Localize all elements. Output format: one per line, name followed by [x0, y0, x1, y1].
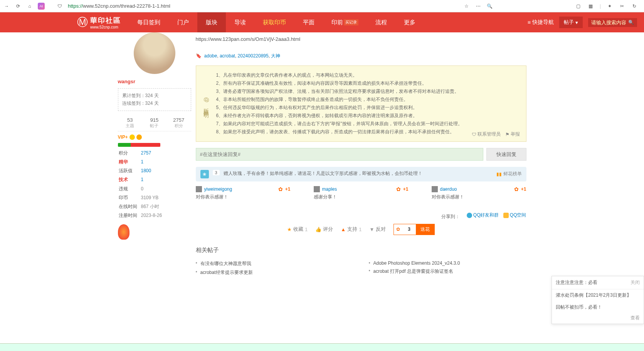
user-info-table: 积分2757 精华1 活跃值1800 技术1 违规0 印币3109 YB 在线时… [118, 148, 191, 221]
site-logo[interactable]: Ⓜ 華印社區 www.52cnp.com [77, 15, 121, 30]
medal [118, 224, 191, 241]
notice-header: 注意注意注意：必看 关闭 [552, 276, 644, 279]
sender-name[interactable]: yiweimeigong [204, 186, 232, 192]
share-qzone[interactable]: QQ空间 [503, 212, 526, 218]
chevron-down-icon: ▾ [575, 20, 578, 25]
related-title: 相关帖子 [196, 247, 526, 254]
share-row: 分享到： QQ好友和群 QQ空间 [196, 212, 526, 220]
tag-icon: 🔖 [196, 53, 202, 59]
send-flower-button[interactable]: ✿ 3 送花 [393, 224, 435, 235]
quick-reply-input[interactable] [196, 148, 483, 161]
username[interactable]: wangsr [118, 79, 191, 84]
nav-portal[interactable]: 门户 [169, 12, 197, 32]
tags-row: 🔖 adobe, acrobat, 202400220895, 大神 [196, 53, 526, 59]
nav-right: ≡快捷导航 帖子▾ 🔍 [528, 17, 644, 28]
row-online: 在线时间867 小时 [119, 203, 190, 211]
search-icon[interactable]: 🔍 [486, 3, 493, 10]
content-link[interactable]: https://www.123pan.com/s/Om1VjV-2aaa3.ht… [196, 35, 526, 44]
nav-more[interactable]: 更多 [395, 12, 424, 32]
disclaimer-box: @版权声明 1、凡在华印发表的文章仅代表作者本人的观点，与本网站立场无关。 2、… [196, 65, 526, 142]
disclaimer-lines: 1、凡在华印发表的文章仅代表作者本人的观点，与本网站立场无关。 2、所有内容不保… [216, 71, 519, 136]
avatar-icon [314, 186, 320, 192]
sender-row: yiweimeigong✿+1 对你表示感谢！ maples✿+1 感谢分享！ … [196, 186, 526, 200]
flower-icon: ✿ [278, 186, 283, 192]
sender-item: maples✿+1 感谢分享！ [314, 186, 409, 200]
nav-checkin[interactable]: 每日签到 [129, 12, 169, 32]
support-button[interactable]: ▲支持1 [341, 226, 362, 233]
nav-getcoin[interactable]: 获取印币 [254, 12, 294, 32]
related-link[interactable]: 有没有哪位大神愿意帮我 [196, 259, 353, 268]
user-sidebar: wangsr 累计签到：324 天 连续签到：324 天 53主题 915帖子 … [118, 32, 191, 279]
nav-guide[interactable]: 导读 [226, 12, 254, 32]
related-link[interactable]: acrobat经常提示要求更新 [196, 268, 353, 277]
nav-menu: 每日签到 门户 版块 导读 获取印币 平面 印前买记录 流程 更多 [129, 12, 424, 32]
row-tech: 技术1 [119, 176, 190, 184]
avatar-icon [196, 186, 202, 192]
sender-name[interactable]: daerduo [440, 186, 457, 192]
report-link[interactable]: ⚑举报 [505, 131, 520, 138]
reload-icon[interactable]: ⟳ [15, 3, 22, 10]
wand-icon[interactable]: ✦ [606, 3, 613, 10]
row-points: 积分2757 [119, 149, 190, 157]
vip-row: VIP+ [118, 134, 191, 140]
stat-posts[interactable]: 915帖子 [142, 117, 166, 129]
row-regtime: 注册时间2023-8-26 [119, 212, 190, 220]
notice-panel: 注意注意注意：必看 关闭 灌水处罚条例【2021年2月3日更新】 回帖不被扣币，… [552, 276, 644, 279]
related-link[interactable]: acrobat 打开pdf 总是弹窗提示验证签名 [369, 267, 526, 276]
nav-forums[interactable]: 版块 [197, 12, 226, 32]
sender-item: daerduo✿+1 对你表示感谢！ [432, 186, 526, 200]
browser-toolbar: → ⟳ ⌂ AI 🛡 https://www.52cnp.com/thread-… [0, 0, 644, 12]
favorite-button[interactable]: ★收藏1 [287, 226, 308, 233]
flower-count: 3 [213, 170, 220, 175]
flower-rank-link[interactable]: ▮▮鲜花榜单 [496, 171, 522, 177]
star-icon[interactable]: ☆ [463, 3, 470, 10]
flower-icon: ✿ [394, 225, 402, 234]
stat-threads[interactable]: 53主题 [118, 117, 142, 129]
scissors-icon[interactable]: ✂ [619, 3, 626, 10]
oppose-button[interactable]: ▼反对 [369, 226, 386, 233]
chart-icon: ▮▮ [496, 171, 502, 177]
ai-icon[interactable]: AI [38, 3, 45, 10]
tag-item[interactable]: 202400220895 [238, 53, 269, 59]
more-icon[interactable]: ⋯ [475, 3, 482, 10]
qzone-icon [503, 213, 509, 218]
tag-item[interactable]: acrobat [220, 53, 235, 59]
nav-prepress[interactable]: 印前买记录 [323, 12, 367, 32]
post-dropdown[interactable]: 帖子▾ [559, 17, 583, 28]
tag-item[interactable]: 大神 [271, 53, 280, 59]
related-cols: 有没有哪位大神愿意帮我 acrobat经常提示要求更新 Adobe Photos… [196, 259, 526, 277]
nav-plane[interactable]: 平面 [294, 12, 323, 32]
rate-button[interactable]: 👍评分 [315, 226, 333, 233]
sun-icon [129, 134, 135, 140]
moon-icon [136, 134, 142, 140]
flower-icon: ❀ [200, 170, 209, 178]
user-stats: 53主题 915帖子 2757积分 [118, 115, 191, 131]
refresh-icon[interactable]: ↻ [631, 3, 638, 10]
quick-nav[interactable]: ≡快捷导航 [528, 19, 554, 26]
flower-text: 赠人玫瑰，手有余香！如单纯感谢，请送花！凡是以文字形式感谢，即被视为水帖，会扣币… [224, 170, 522, 177]
related-left: 有没有哪位大神愿意帮我 acrobat经常提示要求更新 [196, 259, 353, 277]
related-link[interactable]: Adobe Photoshop Elements 2024_v24.3.0 [369, 259, 526, 267]
sender-name[interactable]: maples [322, 186, 337, 192]
site-navbar: Ⓜ 華印社區 www.52cnp.com 每日签到 门户 版块 导读 获取印币 … [0, 12, 644, 32]
flower-icon: ✿ [396, 186, 401, 192]
search-icon[interactable]: 🔍 [628, 20, 634, 25]
quick-reply-button[interactable]: 快速回复 [486, 148, 526, 161]
grid-icon[interactable]: ▦ [587, 3, 594, 10]
url-bar[interactable]: https://www.52cnp.com/thread-22278-1-1.h… [68, 3, 459, 9]
shield-icon[interactable]: 🛡 [56, 3, 63, 10]
avatar[interactable] [134, 32, 175, 74]
action-row: ★收藏1 👍评分 ▲支持1 ▼反对 ✿ 3 送花 [196, 224, 526, 235]
share-qq[interactable]: QQ好友和群 [467, 212, 499, 218]
search-input[interactable] [591, 20, 626, 25]
tag-item[interactable]: adobe [204, 53, 217, 59]
forward-icon[interactable]: → [3, 3, 10, 10]
nav-flow[interactable]: 流程 [367, 12, 395, 32]
home-icon[interactable]: ⌂ [26, 3, 33, 10]
contact-admin-link[interactable]: 🛡联系管理员 [472, 131, 501, 138]
tab-icon[interactable]: ▢ [575, 3, 582, 10]
vip-progress [118, 143, 160, 147]
down-icon: ▼ [369, 227, 374, 232]
stat-points[interactable]: 2757积分 [166, 117, 191, 129]
up-icon: ▲ [341, 227, 346, 232]
